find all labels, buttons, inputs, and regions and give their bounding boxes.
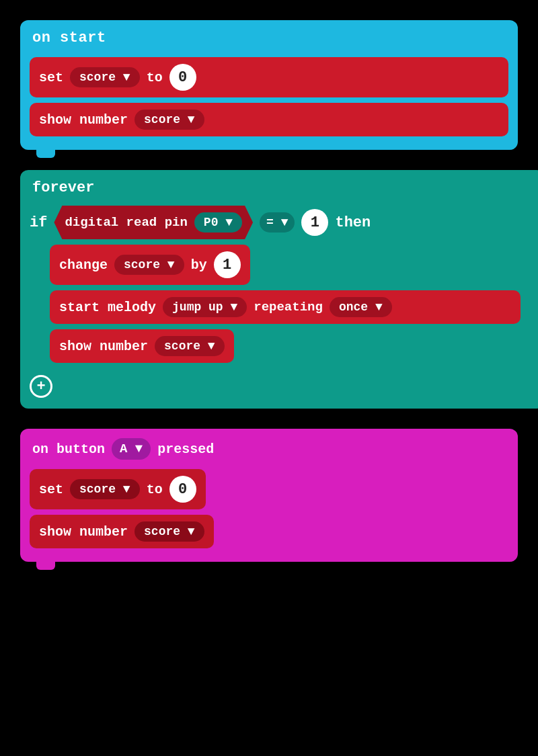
forever-block: forever if digital read pin P0 ▼ = ▼ 1 t… <box>20 170 538 409</box>
score-pill-show-3[interactable]: score ▼ <box>134 521 204 542</box>
forever-header: forever <box>30 178 535 200</box>
change-label: change <box>59 257 108 273</box>
start-label: start melody <box>59 300 156 315</box>
once-pill[interactable]: once ▼ <box>330 297 392 317</box>
jump-pill[interactable]: jump up ▼ <box>163 297 247 317</box>
show-label-2: show number <box>59 339 148 354</box>
show-label-3: show number <box>39 524 128 540</box>
score-pill-show-1[interactable]: score ▼ <box>134 110 204 130</box>
change-score-row: change score ▼ by 1 <box>50 245 250 285</box>
condition-block: digital read pin P0 ▼ <box>54 206 253 239</box>
repeating-label: repeating <box>254 300 323 314</box>
if-label: if <box>30 214 47 231</box>
change-value-circle[interactable]: 1 <box>214 251 241 278</box>
if-row: if digital read pin P0 ▼ = ▼ 1 then <box>30 206 535 239</box>
pressed-label: pressed <box>157 442 214 457</box>
show-label-1: show number <box>39 112 128 128</box>
value-circle-1[interactable]: 0 <box>169 64 196 91</box>
to-label-2: to <box>147 482 163 497</box>
show-number-row-3: show number score ▼ <box>30 515 214 548</box>
on-button-block: on button A ▼ pressed set score ▼ to 0 s… <box>20 429 518 562</box>
if-body: change score ▼ by 1 start melody jump up… <box>50 245 535 368</box>
set-score-row: set score ▼ to 0 <box>30 57 508 97</box>
melody-row: start melody jump up ▼ repeating once ▼ <box>50 290 521 324</box>
pin-pill[interactable]: P0 ▼ <box>194 212 242 233</box>
on-button-bottom-notch <box>36 562 55 570</box>
by-label: by <box>191 257 207 273</box>
equals-pill[interactable]: = ▼ <box>260 212 295 233</box>
on-button-prefix: on button <box>32 442 105 457</box>
if-value-circle[interactable]: 1 <box>301 209 328 236</box>
value-circle-2[interactable]: 0 <box>169 476 196 503</box>
add-button[interactable]: + <box>30 375 52 398</box>
set-score-row-2: set score ▼ to 0 <box>30 469 206 509</box>
on-start-bottom-notch <box>36 150 55 158</box>
score-pill-1[interactable]: score ▼ <box>70 67 140 87</box>
button-a-pill[interactable]: A ▼ <box>112 438 151 460</box>
score-pill-show-2[interactable]: score ▼ <box>155 336 225 356</box>
then-label: then <box>335 214 371 231</box>
show-number-row-1: show number score ▼ <box>30 103 508 136</box>
on-start-block: on start set score ▼ to 0 show number sc… <box>20 20 518 150</box>
to-label-1: to <box>147 70 163 85</box>
on-button-header: on button A ▼ pressed <box>30 435 508 464</box>
set-label-2: set <box>39 482 63 497</box>
on-start-header: on start <box>30 27 508 52</box>
show-number-row-2: show number score ▼ <box>50 329 234 363</box>
condition-text: digital read pin <box>65 215 187 230</box>
score-pill-btn[interactable]: score ▼ <box>70 479 140 499</box>
set-label: set <box>39 70 63 85</box>
score-pill-change[interactable]: score ▼ <box>114 255 184 275</box>
